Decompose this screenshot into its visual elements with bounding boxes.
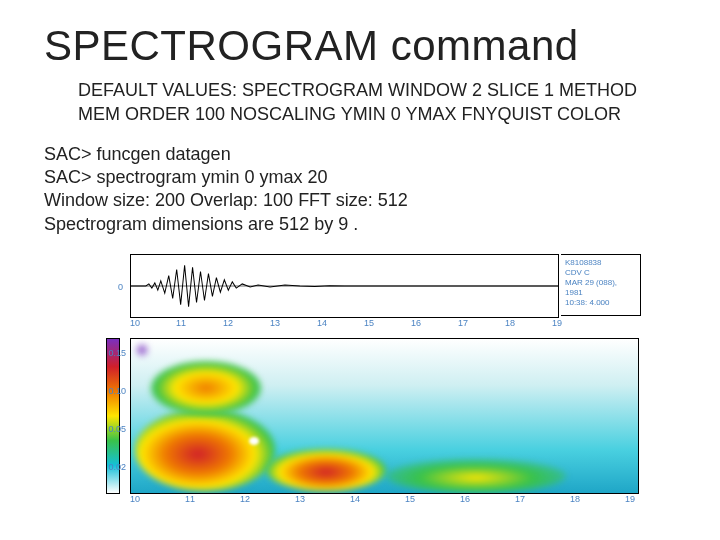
spec-xtick: 18 [570,494,580,504]
spec-blob [135,409,275,491]
spec-ytick: 0.10 [102,386,126,396]
slide-title: SPECTROGRAM command [44,22,676,70]
wave-xtick: 13 [270,318,280,328]
session-line-3: Window size: 200 Overlap: 100 FFT size: … [44,189,676,212]
wave-xtick: 11 [176,318,186,328]
spec-xtick: 19 [625,494,635,504]
spec-ytick: 0.15 [102,348,126,358]
wave-xtick: 15 [364,318,374,328]
spec-xtick: 11 [185,494,195,504]
info-time: 10:38: 4.000 [565,298,636,308]
wave-xtick: 14 [317,318,327,328]
spec-blob [386,459,566,493]
defaults-line-2: MEM ORDER 100 NOSCALING YMIN 0 YMAX FNYQ… [78,102,676,126]
default-values-block: DEFAULT VALUES: SPECTROGRAM WINDOW 2 SLI… [78,78,676,127]
sac-session-block: SAC> funcgen datagen SAC> spectrogram ym… [44,143,676,237]
wave-xtick: 16 [411,318,421,328]
info-channel: CDV C [565,268,636,278]
spec-xtick: 17 [515,494,525,504]
wave-xtick: 10 [130,318,140,328]
info-station: K8108838 [565,258,636,268]
spectrogram-panel [130,338,639,494]
spectrogram-figure: 0 K8108838 CDV C MAR 29 (088), 1981 10:3… [96,254,641,504]
spec-xtick: 13 [295,494,305,504]
spec-xtick: 16 [460,494,470,504]
defaults-line-1: DEFAULT VALUES: SPECTROGRAM WINDOW 2 SLI… [78,78,676,102]
spec-blob [266,449,386,491]
wave-xtick: 19 [552,318,562,328]
wave-xtick: 17 [458,318,468,328]
info-date: MAR 29 (088), 1981 [565,278,636,298]
spec-ytick: 0.02 [102,462,126,472]
waveform-trace [131,255,558,317]
spec-xtick: 14 [350,494,360,504]
session-line-1: SAC> funcgen datagen [44,143,676,166]
waveform-y-zero: 0 [118,282,123,292]
waveform-info-box: K8108838 CDV C MAR 29 (088), 1981 10:38:… [561,254,641,316]
spec-blob [135,343,149,357]
spec-xtick: 15 [405,494,415,504]
wave-xtick: 18 [505,318,515,328]
spec-xtick: 10 [130,494,140,504]
session-line-2: SAC> spectrogram ymin 0 ymax 20 [44,166,676,189]
wave-xtick: 12 [223,318,233,328]
session-line-4: Spectrogram dimensions are 512 by 9 . [44,213,676,236]
spec-xtick: 12 [240,494,250,504]
spec-blob [151,361,261,415]
waveform-panel [130,254,559,318]
spec-ytick: 0.05 [102,424,126,434]
